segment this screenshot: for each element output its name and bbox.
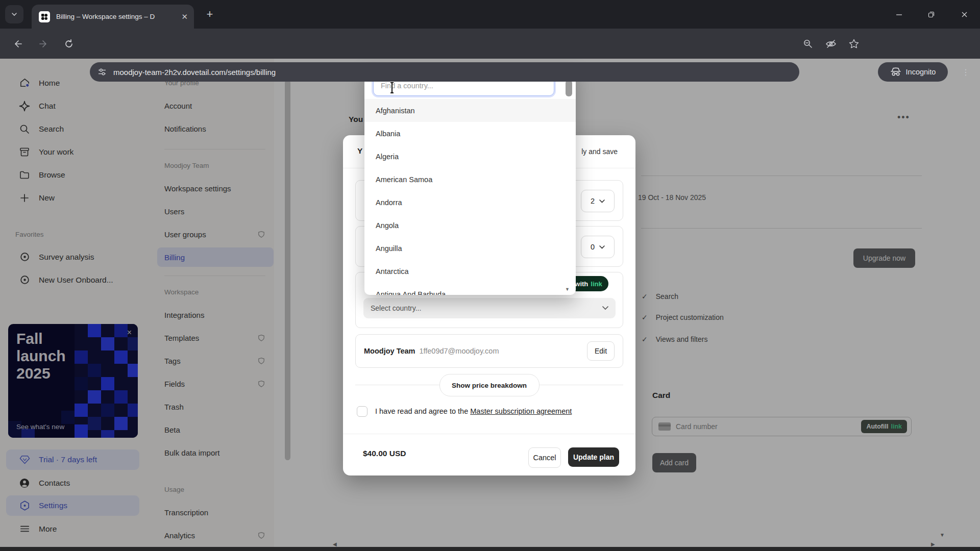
browser-menu-button[interactable]: ⋮ — [961, 62, 971, 82]
chevron-down-icon — [602, 306, 608, 310]
country-option-albania[interactable]: Albania — [364, 122, 576, 145]
country-option-antigua-and-barbuda[interactable]: Antigua And Barbuda — [364, 283, 576, 295]
country-dropdown: Afghanistan Albania Algeria American Sam… — [364, 66, 576, 295]
billing-email: 1ffe09d7@moodjoy.com — [419, 347, 499, 355]
select-value: 2 — [591, 197, 595, 205]
dropdown-scrollbar-thumb[interactable] — [566, 80, 572, 96]
country-list: Afghanistan Albania Algeria American Sam… — [364, 99, 576, 295]
link-brand-label: link — [591, 280, 602, 288]
text-cursor-icon — [389, 82, 395, 93]
show-price-breakdown-button[interactable]: Show price breakdown — [439, 374, 540, 396]
back-arrow-icon — [12, 38, 23, 49]
country-option-andorra[interactable]: Andorra — [364, 191, 576, 214]
page: Home Chat Search Your work — [0, 59, 980, 551]
screen: Billing – Workspace settings – D ✕ + — [0, 0, 980, 551]
with-label: with — [575, 280, 588, 288]
viewers-count-select[interactable]: 0 — [581, 236, 615, 258]
tab-search-button[interactable] — [5, 5, 23, 23]
password-hidden-icon[interactable] — [825, 38, 837, 49]
browser-tab[interactable]: Billing – Workspace settings – D ✕ — [32, 5, 194, 29]
select-value: 0 — [591, 243, 595, 251]
restore-icon — [928, 11, 935, 18]
modal-title-fragment: Y — [357, 146, 362, 156]
bookmark-star-icon[interactable] — [848, 38, 860, 49]
editors-count-select[interactable]: 2 — [581, 190, 615, 212]
forward-arrow-icon — [38, 38, 49, 49]
agreement-prefix: I have read and agree to the — [375, 407, 468, 415]
chevron-down-icon — [599, 199, 605, 203]
site-settings-icon[interactable] — [97, 67, 107, 77]
browser-toolbar: moodjoy-team-2h2v.dovetail.com/settings/… — [0, 29, 980, 59]
incognito-icon — [890, 67, 901, 77]
country-option-antarctica[interactable]: Antarctica — [364, 260, 576, 283]
total-price: $40.00 USD — [363, 449, 406, 458]
divider — [343, 434, 635, 434]
update-plan-button[interactable]: Update plan — [568, 447, 619, 467]
edit-button[interactable]: Edit — [587, 341, 615, 361]
zoom-icon[interactable] — [802, 38, 814, 49]
country-select-placeholder: Select country... — [371, 304, 421, 312]
country-select[interactable]: Select country... — [363, 298, 616, 318]
new-tab-button[interactable]: + — [202, 7, 217, 22]
tab-title: Billing – Workspace settings – D — [56, 13, 174, 20]
browser-chrome: Billing – Workspace settings – D ✕ + — [0, 0, 980, 59]
chevron-down-icon — [11, 11, 18, 18]
country-option-afghanistan[interactable]: Afghanistan — [364, 99, 576, 122]
window-restore-button[interactable] — [919, 6, 943, 22]
country-option-algeria[interactable]: Algeria — [364, 145, 576, 168]
master-subscription-agreement-link[interactable]: Master subscription agreement — [470, 407, 572, 415]
minimize-icon — [896, 11, 902, 18]
yearly-save-label-fragment: ly and save — [581, 147, 618, 156]
workspace-name: Moodjoy Team — [364, 347, 415, 355]
cancel-button[interactable]: Cancel — [528, 447, 561, 468]
close-icon — [961, 11, 968, 18]
back-button[interactable] — [12, 38, 23, 49]
forward-button[interactable] — [38, 38, 49, 49]
reload-button[interactable] — [63, 38, 75, 49]
billing-account-card: Moodjoy Team 1ffe09d7@moodjoy.com Edit — [355, 334, 623, 368]
incognito-badge: Incognito — [878, 62, 948, 82]
url-text[interactable]: moodjoy-team-2h2v.dovetail.com/settings/… — [113, 68, 276, 77]
country-option-angola[interactable]: Angola — [364, 214, 576, 237]
url-bar[interactable]: moodjoy-team-2h2v.dovetail.com/settings/… — [90, 62, 799, 82]
dropdown-scroll-down-icon[interactable]: ▼ — [565, 287, 570, 292]
dovetail-favicon-icon — [39, 11, 50, 22]
tab-close-icon[interactable]: ✕ — [181, 13, 188, 20]
agreement-text: I have read and agree to the Master subs… — [375, 407, 572, 415]
chevron-down-icon — [599, 245, 605, 249]
country-option-anguilla[interactable]: Anguilla — [364, 237, 576, 260]
window-minimize-button[interactable] — [887, 6, 911, 22]
country-option-american-samoa[interactable]: American Samoa — [364, 168, 576, 191]
incognito-label: Incognito — [906, 68, 936, 76]
window-close-button[interactable] — [952, 6, 976, 22]
agreement-checkbox[interactable] — [357, 406, 368, 417]
reload-icon — [63, 38, 75, 49]
